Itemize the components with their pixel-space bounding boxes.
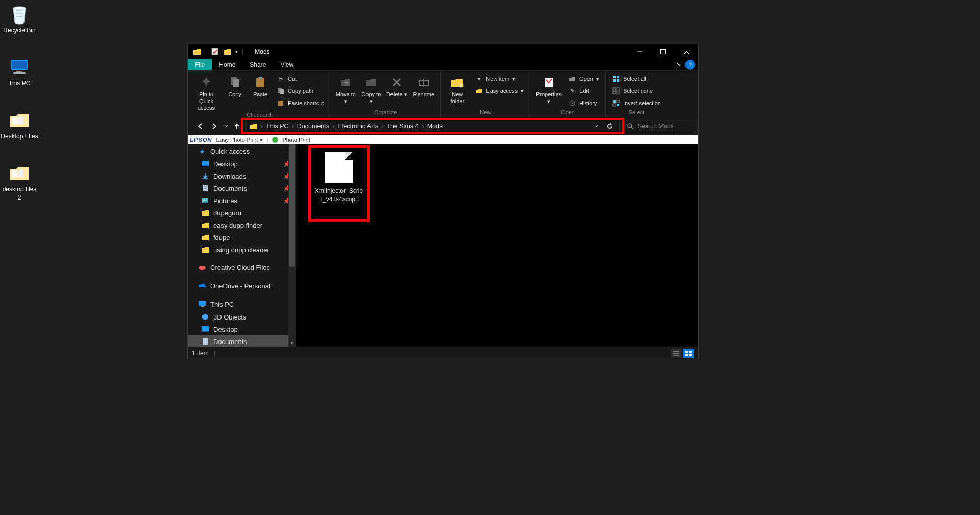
search-box[interactable] xyxy=(623,119,695,133)
svg-rect-17 xyxy=(258,77,262,79)
up-button[interactable] xyxy=(230,119,244,133)
svg-rect-36 xyxy=(613,100,616,103)
invert-selection-button[interactable]: Invert selection xyxy=(610,97,663,109)
open-button[interactable]: Open ▾ xyxy=(566,73,601,84)
desktop-icon-folder-1[interactable]: Desktop FIles xyxy=(0,110,39,141)
easy-photo-print-button[interactable]: Easy Photo Print ▾ xyxy=(216,137,263,143)
properties-button[interactable]: Properties ▾ xyxy=(534,73,563,105)
collapse-ribbon-button[interactable] xyxy=(670,59,685,70)
new-folder-button[interactable]: New folder xyxy=(445,73,470,105)
titlebar[interactable]: | ▾ | Mods xyxy=(188,44,698,59)
nav-item-dupeguru[interactable]: dupeguru xyxy=(188,207,296,219)
delete-icon xyxy=(388,74,405,90)
nav-item-downloads[interactable]: Downloads📌 xyxy=(188,170,296,182)
nav-item-pc-desktop[interactable]: Desktop xyxy=(188,323,296,335)
nav-creative-cloud[interactable]: Creative Cloud Files xyxy=(188,261,296,274)
chevron-down-icon[interactable]: ▾ xyxy=(288,340,296,346)
3d-icon xyxy=(201,313,209,321)
file-list[interactable]: XmlInjector_Script_v4.ts4script xyxy=(296,144,698,347)
crumb-documents[interactable]: Documents› xyxy=(297,122,337,130)
svg-rect-30 xyxy=(613,79,616,82)
svg-point-50 xyxy=(199,266,206,270)
scrollbar-thumb[interactable] xyxy=(289,144,295,267)
photo-print-icon xyxy=(272,137,278,143)
view-details-button[interactable] xyxy=(671,349,682,358)
edit-icon: ✎ xyxy=(568,87,576,95)
crumb-sims4[interactable]: The Sims 4› xyxy=(386,122,427,130)
crumb-this-pc[interactable]: This PC› xyxy=(266,122,297,130)
nav-item-easydupp[interactable]: easy dupp finder xyxy=(188,219,296,231)
crumb-electronic-arts[interactable]: Electronic Arts› xyxy=(337,122,386,130)
recent-dropdown[interactable] xyxy=(222,119,230,133)
easy-access-button[interactable]: Easy access ▾ xyxy=(473,85,526,96)
crumb-mods[interactable]: Mods xyxy=(427,122,443,130)
nav-item-pc-documents[interactable]: Documents xyxy=(188,335,296,347)
titlebar-left: | ▾ | Mods xyxy=(188,47,270,56)
back-button[interactable] xyxy=(193,119,207,133)
nav-item-documents[interactable]: Documents📌 xyxy=(188,182,296,194)
address-dropdown[interactable] xyxy=(590,120,602,132)
nav-item-fdupe[interactable]: fdupe xyxy=(188,231,296,243)
svg-rect-62 xyxy=(689,354,692,356)
close-button[interactable] xyxy=(675,44,698,59)
rename-button[interactable]: Rename xyxy=(411,73,436,98)
nav-item-pictures[interactable]: Pictures📌 xyxy=(188,194,296,207)
desktop-icon-folder-2[interactable]: desktop files 2 xyxy=(0,163,39,202)
history-button[interactable]: History xyxy=(566,97,601,109)
nav-scrollbar[interactable]: ▾ xyxy=(288,144,296,347)
svg-rect-33 xyxy=(617,88,619,90)
edit-button[interactable]: ✎Edit xyxy=(566,85,601,96)
select-all-button[interactable]: Select all xyxy=(610,73,663,84)
move-to-button[interactable]: Move to ▾ xyxy=(334,73,357,105)
group-label-select: Select xyxy=(610,109,663,116)
desktop-icon-recycle-bin[interactable]: Recycle Bin xyxy=(0,4,39,35)
help-button[interactable]: ? xyxy=(685,60,695,70)
copy-to-button[interactable]: Copy to ▾ xyxy=(360,73,382,105)
desktop-icon-this-pc[interactable]: This PC xyxy=(0,57,39,88)
maximize-button[interactable] xyxy=(651,44,675,59)
paste-button[interactable]: Paste xyxy=(249,73,272,98)
cut-button[interactable]: ✂Cut xyxy=(275,73,326,84)
tab-share[interactable]: Share xyxy=(242,59,273,70)
tab-file[interactable]: File xyxy=(188,59,212,70)
paste-shortcut-button[interactable]: Paste shortcut xyxy=(275,97,326,109)
copy-path-button[interactable]: Copy path xyxy=(275,85,326,96)
svg-rect-3 xyxy=(16,71,22,72)
refresh-button[interactable] xyxy=(604,120,616,132)
copy-button[interactable]: Copy xyxy=(224,73,246,98)
pin-to-quick-access-button[interactable]: Pin to Quick access xyxy=(192,73,220,112)
select-none-button[interactable]: Select none xyxy=(610,85,663,96)
folder-icon xyxy=(201,246,209,254)
nav-item-3dobjects[interactable]: 3D Objects xyxy=(188,311,296,323)
forward-button[interactable] xyxy=(207,119,222,133)
nav-item-duppcleaner[interactable]: using dupp cleaner xyxy=(188,243,296,256)
svg-point-40 xyxy=(628,124,632,128)
file-item[interactable]: XmlInjector_Script_v4.ts4script xyxy=(312,149,366,203)
nav-item-desktop[interactable]: Desktop📌 xyxy=(188,158,296,170)
ribbon-tabs: File Home Share View ? xyxy=(188,59,698,71)
new-item-button[interactable]: ✦New item ▾ xyxy=(473,73,526,84)
nav-quick-access[interactable]: ★Quick access xyxy=(188,144,296,158)
epson-logo: EPSON xyxy=(190,137,212,143)
delete-button[interactable]: Delete ▾ xyxy=(385,73,408,98)
svg-rect-6 xyxy=(18,117,23,125)
nav-this-pc[interactable]: This PC xyxy=(188,298,296,311)
folder-small-icon[interactable] xyxy=(223,47,231,56)
divider: | xyxy=(205,48,207,55)
tab-home[interactable]: Home xyxy=(212,59,242,70)
downloads-icon xyxy=(201,172,209,180)
checkbox-icon[interactable] xyxy=(211,47,219,56)
photo-print-button[interactable]: Photo Print xyxy=(282,137,310,143)
search-input[interactable] xyxy=(638,122,714,130)
view-icons-button[interactable] xyxy=(683,349,694,358)
nav-onedrive[interactable]: OneDrive - Personal xyxy=(188,279,296,292)
tab-view[interactable]: View xyxy=(273,59,301,70)
computer-icon xyxy=(198,300,206,308)
navigation-pane[interactable]: ★Quick access Desktop📌 Downloads📌 Docume… xyxy=(188,144,296,347)
ribbon-group-clipboard: Pin to Quick access Copy Paste ✂Cut Copy… xyxy=(188,71,330,117)
address-bar[interactable]: › This PC› Documents› Electronic Arts› T… xyxy=(246,119,620,133)
minimize-button[interactable] xyxy=(628,44,651,59)
open-icon xyxy=(568,75,576,83)
ribbon-group-open: Properties ▾ Open ▾ ✎Edit History Open xyxy=(530,71,606,117)
dropdown-icon[interactable]: ▾ xyxy=(235,49,238,54)
